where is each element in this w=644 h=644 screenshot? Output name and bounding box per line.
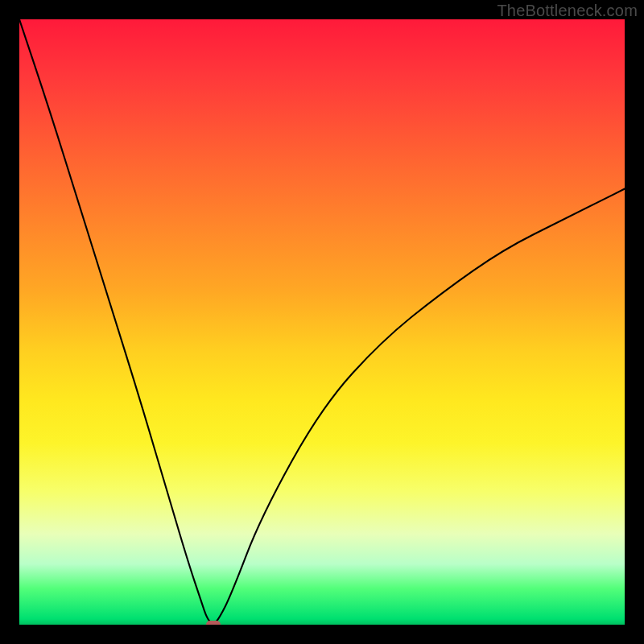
bottleneck-curve [19,19,625,625]
watermark-text: TheBottleneck.com [497,2,638,20]
chart-frame: TheBottleneck.com [0,0,644,644]
optimal-point-marker [206,621,221,625]
curve-path [19,19,625,623]
plot-area [19,19,625,625]
